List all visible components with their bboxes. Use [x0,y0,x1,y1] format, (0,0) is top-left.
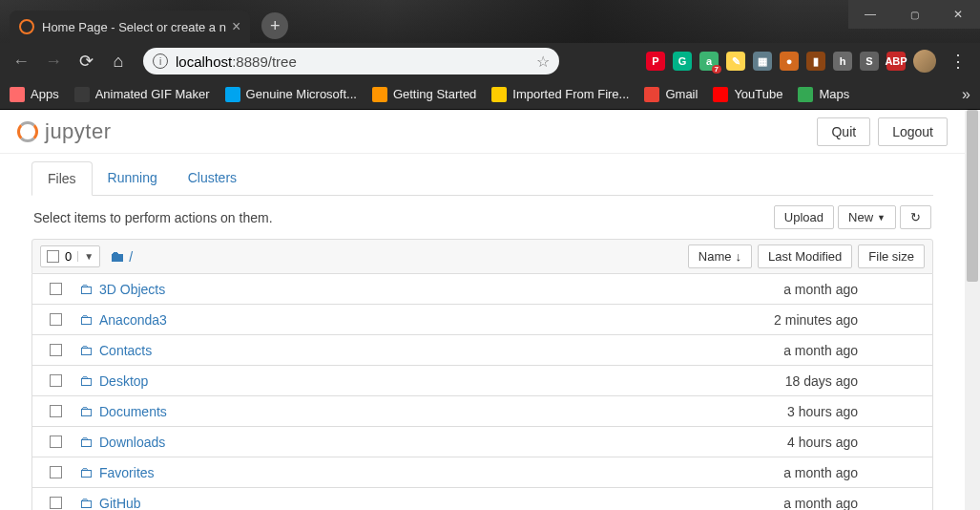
bookmark-item[interactable]: Getting Started [372,87,476,102]
tab-files[interactable]: Files [31,161,93,196]
refresh-button[interactable]: ↻ [900,205,931,229]
bookmark-item[interactable]: Apps [10,87,59,102]
file-link[interactable]: Downloads [99,435,165,450]
extension-icon[interactable]: a7 [699,52,719,71]
jupyter-logo[interactable]: jupyter [17,119,112,144]
bookmark-favicon [491,87,507,102]
sort-name-button[interactable]: Name ↓ [688,244,752,268]
bookmark-favicon [10,87,25,102]
extension-icon[interactable]: S [860,52,879,71]
minimize-button[interactable]: — [848,0,892,29]
folder-icon: 🗀 [79,372,94,389]
jupyter-header: jupyter Quit Logout [0,110,965,154]
row-checkbox[interactable] [50,313,62,326]
tab-title: Home Page - Select or create a n [42,20,226,34]
file-link[interactable]: 3D Objects [99,282,165,297]
bookmark-favicon [798,87,813,102]
select-all-checkbox[interactable] [47,250,59,263]
scrollbar-thumb[interactable] [967,110,978,282]
folder-icon: 🗀 [79,495,94,510]
file-link[interactable]: GitHub [99,496,141,511]
bookmark-label: Getting Started [393,87,476,101]
home-button[interactable]: ⌂ [105,48,132,74]
extension-icon[interactable]: ▦ [753,52,772,71]
extension-icon[interactable]: ▮ [806,52,825,71]
close-window-button[interactable]: ✕ [936,0,980,29]
bookmark-item[interactable]: YouTube [713,87,782,102]
sort-size-button[interactable]: File size [858,244,925,268]
row-checkbox[interactable] [50,374,62,387]
file-row: 🗀GitHuba month ago [31,488,933,510]
menu-button[interactable]: ⋮ [944,51,972,72]
logout-button[interactable]: Logout [878,117,948,146]
file-link[interactable]: Contacts [99,343,152,358]
bookmark-label: YouTube [734,87,782,101]
vertical-scrollbar[interactable] [965,110,980,510]
file-link[interactable]: Favorites [99,465,155,480]
tab-running[interactable]: Running [93,161,173,195]
bookmark-favicon [74,87,90,102]
bookmark-favicon [644,87,659,102]
sort-modified-button[interactable]: Last Modified [758,244,852,268]
row-checkbox[interactable] [50,283,62,295]
bookmark-item[interactable]: Genuine Microsoft... [225,87,357,102]
upload-button[interactable]: Upload [774,205,834,229]
new-tab-button[interactable]: + [261,12,288,39]
site-info-icon[interactable]: i [153,53,168,69]
extension-icon[interactable]: P [646,52,665,71]
bookmarks-bar: AppsAnimated GIF MakerGenuine Microsoft.… [0,79,980,110]
close-icon[interactable]: × [232,18,240,35]
modified-time: a month ago [783,343,858,358]
file-link[interactable]: Desktop [99,373,148,389]
bookmark-item[interactable]: Animated GIF Maker [74,87,210,102]
modified-time: a month ago [783,465,858,480]
selection-hint: Select items to perform actions on them. [33,210,273,225]
jupyter-tabs: FilesRunningClusters [31,161,933,196]
extension-icon[interactable]: ● [780,52,799,71]
file-link[interactable]: Anaconda3 [99,312,167,328]
bookmark-star-icon[interactable]: ☆ [536,53,550,71]
folder-icon: 🗀 [79,403,94,419]
folder-icon: 🗀 [79,281,94,297]
bookmark-item[interactable]: Maps [798,87,849,102]
extension-icon[interactable]: ABP [886,52,906,71]
profile-avatar[interactable] [913,50,936,73]
modified-time: 4 hours ago [787,435,858,450]
file-row: 🗀Desktop18 days ago [31,366,933,396]
extensions-row: PGa7✎▦●▮hSABP ⋮ [576,50,973,73]
extension-icon[interactable]: G [673,52,692,71]
jupyter-favicon [19,19,34,34]
bookmark-item[interactable]: Imported From Fire... [491,87,629,102]
back-button[interactable]: ← [8,48,34,74]
file-link[interactable]: Documents [99,404,167,419]
file-row: 🗀Documents3 hours ago [31,396,933,427]
row-checkbox[interactable] [50,497,62,509]
file-row: 🗀Downloads4 hours ago [31,427,933,457]
caret-down-icon: ▼ [77,251,94,262]
row-checkbox[interactable] [50,405,62,417]
bookmark-favicon [713,87,728,102]
bookmarks-overflow[interactable]: » [962,86,970,103]
bookmark-item[interactable]: Gmail [644,87,698,102]
maximize-button[interactable]: ▢ [892,0,936,29]
extension-icon[interactable]: ✎ [726,52,745,71]
url-input[interactable]: i localhost:8889/tree ☆ [143,48,559,74]
file-row: 🗀Anaconda32 minutes ago [31,305,933,335]
row-checkbox[interactable] [50,466,62,478]
forward-button[interactable]: → [40,48,67,74]
quit-button[interactable]: Quit [817,117,870,146]
select-all-dropdown[interactable]: 0 ▼ [40,245,100,267]
row-checkbox[interactable] [50,344,62,356]
extension-icon[interactable]: h [833,52,852,71]
selection-count: 0 [65,249,72,264]
folder-icon: 🖿 [110,248,125,266]
reload-button[interactable]: ⟳ [73,48,99,74]
bookmark-label: Genuine Microsoft... [246,87,357,101]
row-checkbox[interactable] [50,436,62,448]
breadcrumb[interactable]: 🖿 / [110,248,133,266]
browser-tab[interactable]: Home Page - Select or create a n × [10,11,250,43]
new-button[interactable]: New ▼ [838,205,896,229]
caret-down-icon: ▼ [877,213,886,223]
tab-clusters[interactable]: Clusters [173,161,252,195]
bookmark-label: Animated GIF Maker [95,87,210,101]
